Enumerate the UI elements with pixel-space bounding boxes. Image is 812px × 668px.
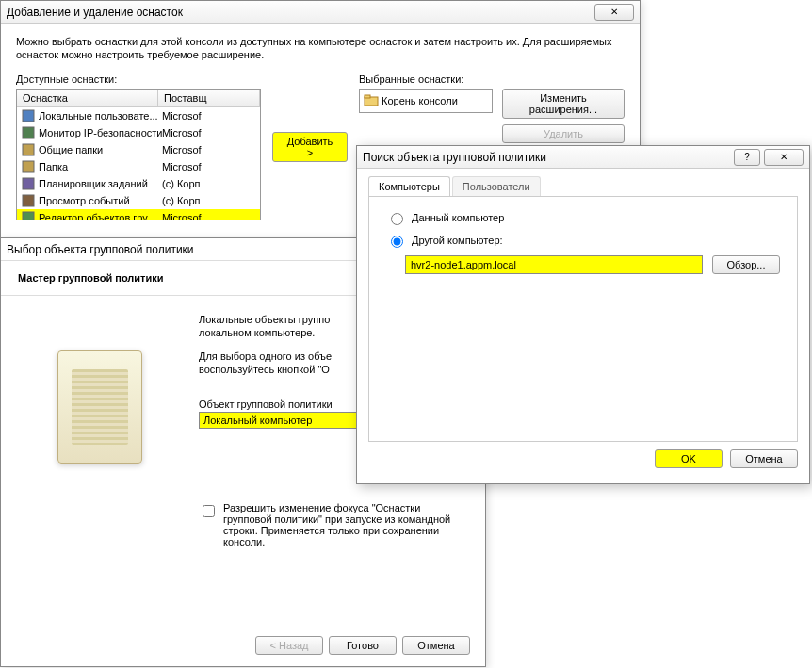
- svg-rect-5: [23, 195, 34, 206]
- svg-rect-3: [23, 161, 34, 172]
- snapin-vendor: Microsof: [162, 212, 256, 220]
- snapin-name: Планировщик заданий: [39, 178, 148, 189]
- tab-users[interactable]: Пользователи: [452, 176, 541, 196]
- snapin-vendor: Microsof: [162, 161, 256, 172]
- snapin-row[interactable]: Локальные пользовате...Microsof: [17, 107, 260, 124]
- snapin-row[interactable]: Просмотр событий(c) Корп: [17, 192, 260, 209]
- snapin-vendor: (c) Корп: [162, 195, 256, 206]
- description-text: Можно выбрать оснастки для этой консоли …: [16, 35, 625, 62]
- ok-button[interactable]: OK: [655, 449, 723, 468]
- snapin-name: Редактор объектов гру...: [39, 212, 155, 220]
- browse-button[interactable]: Обзор...: [712, 255, 780, 274]
- snapin-icon: [21, 193, 36, 208]
- focus-checkbox[interactable]: [203, 505, 215, 517]
- close-icon[interactable]: ✕: [594, 4, 634, 21]
- svg-rect-1: [23, 127, 34, 138]
- snapin-icon: [21, 125, 36, 140]
- tab-pane: Данный компьютер Другой компьютер: Обзор…: [368, 197, 798, 442]
- svg-rect-2: [23, 144, 34, 155]
- tab-strip: Компьютеры Пользователи: [368, 176, 798, 197]
- titlebar: Добавление и удаление оснасток ✕: [1, 1, 640, 24]
- radio-this-computer[interactable]: [391, 213, 403, 225]
- svg-rect-4: [23, 178, 34, 189]
- wizard-icon-panel: [1, 313, 199, 547]
- folder-icon: [364, 93, 379, 108]
- snapin-icon: [21, 108, 36, 123]
- scroll-icon: [57, 350, 142, 464]
- svg-rect-6: [23, 212, 34, 220]
- svg-rect-0: [23, 110, 34, 122]
- snapin-vendor: Microsof: [162, 127, 256, 138]
- window-title: Поиск объекта групповой политики: [363, 151, 734, 164]
- radio-other-label: Другой компьютер:: [412, 235, 503, 246]
- snapin-icon: [21, 159, 36, 174]
- root-console-label: Корень консоли: [382, 95, 458, 106]
- snapin-vendor: Microsof: [162, 144, 256, 155]
- selected-label: Выбранные оснастки:: [359, 73, 625, 85]
- snapin-icon: [21, 142, 36, 157]
- grid-header: Оснастка Поставщ: [17, 90, 260, 107]
- snapin-row[interactable]: Планировщик заданий(c) Корп: [17, 175, 260, 192]
- snapin-name: Локальные пользовате...: [39, 110, 158, 122]
- close-icon[interactable]: ✕: [764, 149, 804, 166]
- snapin-name: Монитор IP-безопасности: [39, 127, 162, 138]
- snapin-vendor: Microsof: [162, 110, 256, 122]
- snapin-icon: [21, 176, 36, 191]
- snapin-name: Папка: [39, 161, 68, 172]
- snapin-row[interactable]: ПапкаMicrosof: [17, 158, 260, 175]
- computer-name-input[interactable]: [405, 255, 703, 274]
- snapin-name: Общие папки: [39, 144, 103, 155]
- snapin-row[interactable]: Общие папкиMicrosof: [17, 141, 260, 158]
- cancel-button[interactable]: Отмена: [402, 636, 470, 655]
- add-button[interactable]: Добавить >: [272, 132, 348, 162]
- titlebar: Поиск объекта групповой политики ? ✕: [357, 146, 809, 169]
- available-label: Доступные оснастки:: [16, 73, 261, 85]
- window-title: Добавление и удаление оснасток: [7, 6, 594, 19]
- cancel-button[interactable]: Отмена: [730, 449, 798, 468]
- remove-button: Удалить: [502, 124, 625, 143]
- radio-this-label: Данный компьютер: [412, 212, 504, 223]
- checkbox-label: Разрешить изменение фокуса "Оснастки гру…: [223, 502, 468, 547]
- col-vendor: Поставщ: [158, 90, 260, 106]
- gpo-browse-dialog: Поиск объекта групповой политики ? ✕ Ком…: [356, 145, 810, 484]
- radio-other-computer[interactable]: [391, 236, 403, 248]
- available-snapins-grid[interactable]: Оснастка Поставщ Локальные пользовате...…: [16, 89, 261, 220]
- snapin-row[interactable]: Редактор объектов гру...Microsof: [17, 209, 260, 220]
- svg-rect-8: [365, 95, 370, 98]
- help-icon[interactable]: ?: [734, 149, 760, 166]
- snapin-name: Просмотр событий: [39, 195, 130, 206]
- snapin-icon: [21, 210, 36, 220]
- snapin-vendor: (c) Корп: [162, 178, 256, 189]
- back-button: < Назад: [255, 636, 323, 655]
- tab-computers[interactable]: Компьютеры: [368, 176, 450, 196]
- selected-snapins-box[interactable]: Корень консоли: [359, 89, 493, 113]
- col-snapin: Оснастка: [17, 90, 158, 106]
- edit-extensions-button[interactable]: Изменить расширения...: [502, 89, 625, 119]
- finish-button[interactable]: Готово: [329, 636, 397, 655]
- snapin-row[interactable]: Монитор IP-безопасностиMicrosof: [17, 124, 260, 141]
